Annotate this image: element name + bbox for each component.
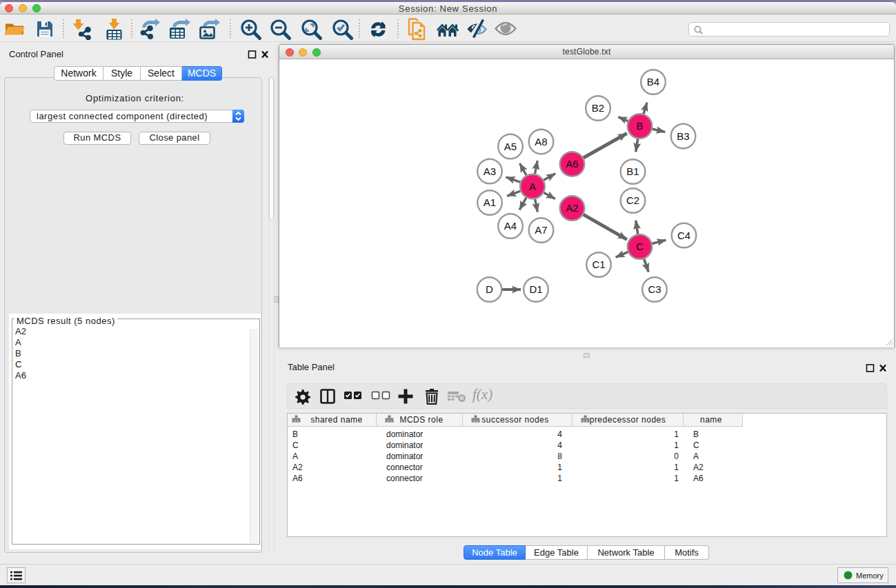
svg-text:D: D [486,283,493,295]
svg-text:name: name [700,415,722,425]
svg-text:C2: C2 [626,194,639,206]
svg-text:A5: A5 [504,141,517,152]
svg-text:B2: B2 [592,102,604,114]
svg-text:B1: B1 [626,165,639,177]
svg-text:A3: A3 [484,165,496,177]
svg-text:MCDS role: MCDS role [399,415,443,425]
svg-text:B: B [636,120,643,132]
svg-text:shared name: shared name [310,415,363,425]
svg-text:C3: C3 [648,283,661,295]
svg-text:predecessor nodes: predecessor nodes [590,415,666,425]
svg-text:A6: A6 [566,158,578,170]
svg-text:C4: C4 [677,230,690,241]
svg-text:B3: B3 [677,130,689,142]
svg-text:C: C [636,241,644,252]
svg-text:A2: A2 [566,202,578,214]
svg-text:D1: D1 [529,283,542,295]
svg-text:A8: A8 [535,136,547,148]
svg-text:A4: A4 [504,220,517,232]
svg-text:A: A [529,181,536,192]
svg-text:A1: A1 [484,196,496,208]
svg-text:successor nodes: successor nodes [481,415,549,425]
svg-text:C1: C1 [592,258,605,270]
svg-text:A7: A7 [535,224,547,236]
svg-text:B4: B4 [647,76,659,88]
